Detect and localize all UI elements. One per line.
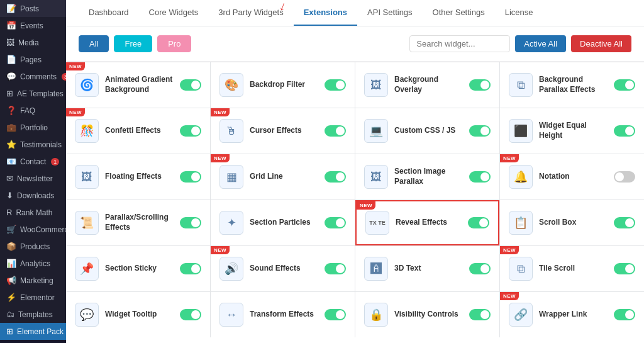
sidebar-item-ae-templates[interactable]: ⊞ AE Templates xyxy=(0,85,66,102)
widget-name: Floating Effects xyxy=(105,172,174,182)
widget-toggle[interactable] xyxy=(614,79,635,91)
widget-toggle[interactable] xyxy=(325,263,346,274)
widget-name: Cursor Effects xyxy=(250,126,318,136)
sidebar-label-marketing: Marketing xyxy=(20,276,53,285)
sidebar-item-portfolio[interactable]: 💼 Portfolio xyxy=(0,119,66,136)
sidebar-item-downloads[interactable]: ⬇ Downloads xyxy=(0,187,66,204)
widget-info: Background Parallax Effects xyxy=(539,75,608,94)
widget-toggle[interactable] xyxy=(180,79,201,91)
sidebar-item-newsletter[interactable]: ✉ Newsletter xyxy=(0,170,66,187)
widget-toggle[interactable] xyxy=(325,79,346,91)
sidebar-item-testimonials[interactable]: ⭐ Testimonials xyxy=(0,136,66,153)
search-input[interactable] xyxy=(409,35,510,52)
widget-icon: 🎊 xyxy=(75,119,99,143)
widget-toggle[interactable] xyxy=(325,125,346,137)
toggle-slider xyxy=(180,79,201,91)
sidebar-item-events[interactable]: 📅 Events xyxy=(0,17,66,34)
widget-toggle[interactable] xyxy=(325,217,346,228)
sidebar-label-woocommerce: WooCommerce xyxy=(20,225,66,234)
new-badge: NEW xyxy=(500,154,519,162)
sidebar-item-media[interactable]: 🖼 Media xyxy=(0,34,66,51)
widget-icon: 🔊 xyxy=(219,257,243,281)
widget-card-custom-css--js: 💻Custom CSS / JS xyxy=(355,108,499,154)
widget-icon: 🖼 xyxy=(364,73,388,97)
widget-toggle[interactable] xyxy=(614,309,635,320)
widget-toggle[interactable] xyxy=(469,263,491,274)
filter-free-button[interactable]: Free xyxy=(114,35,152,52)
sidebar-item-element-pack-pro[interactable]: ⊞ Element Pack Pro xyxy=(0,323,66,340)
sidebar-sub-element-pack-pro[interactable]: Element Pack Pro xyxy=(0,340,66,343)
filter-all-button[interactable]: All xyxy=(79,35,109,52)
templates-icon: 🗂 xyxy=(6,310,14,319)
widget-info: Notation xyxy=(539,172,608,182)
pages-icon: 📄 xyxy=(6,55,16,64)
widget-info: Confetti Effects xyxy=(105,126,174,136)
widget-grid: NEW🌀Animated Gradient Background🎨Backdro… xyxy=(66,62,644,337)
widget-toggle[interactable] xyxy=(614,125,635,137)
sidebar-item-marketing[interactable]: 📢 Marketing xyxy=(0,272,66,289)
toggle-slider xyxy=(614,217,635,228)
ae-templates-icon: ⊞ xyxy=(6,89,13,98)
widget-toggle[interactable] xyxy=(469,171,491,183)
tab-license[interactable]: License xyxy=(495,0,543,26)
tab-extensions[interactable]: Extensions xyxy=(294,0,357,26)
widget-card-widget-equal-height: ⬛Widget Equal Height xyxy=(500,108,644,154)
tab-core-widgets[interactable]: Core Widgets xyxy=(139,0,209,26)
toggle-slider xyxy=(180,263,201,274)
widget-card-floating-effects: 🖼Floating Effects xyxy=(66,154,210,200)
media-icon: 🖼 xyxy=(6,38,14,47)
widget-icon: 🔒 xyxy=(364,303,388,327)
new-badge: NEW xyxy=(211,108,230,116)
sidebar-item-templates[interactable]: 🗂 Templates xyxy=(0,306,66,323)
sidebar-item-rank-math[interactable]: R Rank Math xyxy=(0,204,66,221)
widget-name: Scroll Box xyxy=(539,218,608,228)
widget-toggle[interactable] xyxy=(469,309,491,320)
sidebar-item-pages[interactable]: 📄 Pages xyxy=(0,51,66,68)
widget-toggle[interactable] xyxy=(614,263,635,274)
widget-toggle[interactable] xyxy=(614,217,635,228)
widget-toggle[interactable] xyxy=(468,217,489,228)
widget-card-parallaxscrolling-effects: 📜Parallax/Scrolling Effects xyxy=(66,200,210,245)
widget-toggle[interactable] xyxy=(469,125,491,137)
sidebar-item-contact[interactable]: 📧 Contact 1 xyxy=(0,153,66,170)
sidebar-item-woocommerce[interactable]: 🛒 WooCommerce xyxy=(0,221,66,238)
widget-name: Visibility Controls xyxy=(394,310,463,320)
sidebar-item-faq[interactable]: ❓ FAQ xyxy=(0,102,66,119)
sidebar-label-element-pack-pro: Element Pack Pro xyxy=(17,327,66,336)
widget-toggle[interactable] xyxy=(180,217,201,228)
active-all-button[interactable]: Active All xyxy=(515,35,566,52)
tab-other-settings[interactable]: Other Settings xyxy=(423,0,495,26)
toggle-slider xyxy=(325,263,346,274)
widget-card-section-particles: ✦Section Particles xyxy=(211,200,355,245)
sidebar-item-comments[interactable]: 💬 Comments 3 xyxy=(0,68,66,85)
widget-toggle[interactable] xyxy=(180,171,201,183)
sidebar-item-elementor[interactable]: ⚡ Elementor xyxy=(0,289,66,306)
widget-name: Confetti Effects xyxy=(105,126,174,136)
deactive-all-button[interactable]: Deactive All xyxy=(571,35,631,52)
marketing-icon: 📢 xyxy=(6,276,16,285)
sidebar-item-products[interactable]: 📦 Products xyxy=(0,238,66,255)
widget-toggle[interactable] xyxy=(614,171,635,183)
sidebar-item-posts[interactable]: 📝 Posts xyxy=(0,0,66,17)
new-badge: NEW xyxy=(211,154,230,162)
widget-toggle[interactable] xyxy=(325,171,346,183)
tab-api-settings[interactable]: API Settings xyxy=(357,0,423,26)
sidebar-label-testimonials: Testimonials xyxy=(20,140,62,149)
tab-dashboard[interactable]: Dashboard xyxy=(79,0,139,26)
widget-toggle[interactable] xyxy=(180,263,201,274)
widget-toggle[interactable] xyxy=(180,309,201,320)
widget-name: Background Parallax Effects xyxy=(539,75,608,94)
widget-toggle[interactable] xyxy=(325,309,346,320)
toggle-slider xyxy=(469,79,491,91)
new-badge: NEW xyxy=(357,201,375,210)
widget-name: 3D Text xyxy=(394,264,463,274)
sidebar-label-contact: Contact xyxy=(20,157,46,166)
widget-toggle[interactable] xyxy=(180,125,201,137)
sidebar-label-elementor: Elementor xyxy=(20,293,55,302)
widget-toggle[interactable] xyxy=(469,79,491,91)
widget-card-section-image-parallax: 🖼Section Image Parallax xyxy=(355,154,499,200)
filter-pro-button[interactable]: Pro xyxy=(157,35,191,52)
widget-icon: 🎨 xyxy=(219,73,243,97)
widget-info: Scroll Box xyxy=(539,218,608,228)
sidebar-item-analytics[interactable]: 📊 Analytics xyxy=(0,255,66,272)
